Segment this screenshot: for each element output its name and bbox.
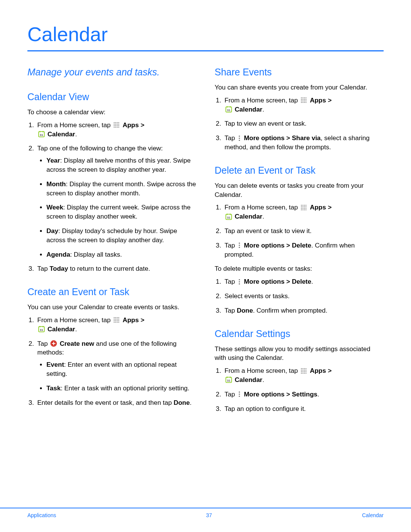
label: Done [174, 399, 190, 406]
bullet-list: Year: Display all twelve months of this … [37, 156, 196, 259]
text: : Enter an event with an optional repeat… [46, 361, 177, 377]
step: Tap one of the following to change the v… [36, 144, 196, 259]
step: Tap More options > Delete. [223, 277, 384, 286]
label: Apps [310, 97, 326, 104]
apps-icon [300, 97, 307, 104]
page-footer: Applications 37 Calendar [0, 508, 411, 518]
steps-list: From a Home screen, tap Apps > Calendar.… [215, 203, 384, 259]
text: . [311, 278, 313, 285]
text: : Display all twelve months of this year… [46, 157, 191, 173]
label: Month [46, 181, 66, 188]
calendar-icon [38, 131, 45, 137]
step: From a Home screen, tap Apps > Calendar. [223, 96, 384, 114]
footer-right: Calendar [362, 512, 384, 518]
more-options-icon [237, 242, 241, 249]
list-item: Week: Display the current week. Swipe ac… [46, 203, 196, 221]
apps-icon [113, 121, 120, 128]
text: > [139, 121, 145, 129]
text: Tap [225, 278, 237, 285]
apps-icon [113, 316, 120, 323]
paragraph: You can use your Calendar to create even… [27, 303, 196, 312]
page-title: Calendar [27, 23, 384, 46]
apps-icon [300, 367, 307, 374]
text: . [190, 399, 192, 406]
step: Tap an option to configure it. [223, 404, 384, 414]
page-subtitle: Manage your events and tasks. [27, 67, 196, 78]
text: From a Home screen, tap [225, 204, 299, 211]
text: Enter details for the event or task, and… [37, 399, 174, 406]
step: Tap Create new and use one of the follow… [36, 339, 196, 393]
list-item: Task: Enter a task with an optional prio… [46, 384, 196, 393]
label: Calendar [48, 326, 75, 333]
text: Tap one of the following to change the v… [37, 145, 163, 152]
step: Select events or tasks. [223, 292, 384, 301]
apps-icon [300, 204, 307, 211]
paragraph: These settings allow you to modify setti… [215, 345, 384, 363]
label: Create new [60, 340, 94, 347]
right-column: Share Events You can share events you cr… [215, 67, 384, 419]
list-item: Month: Display the current month. Swipe … [46, 180, 196, 198]
text: to return to the current date. [68, 265, 150, 272]
list-item: Day: Display today's schedule by hour. S… [46, 227, 196, 245]
steps-list: Tap More options > Delete. Select events… [215, 277, 384, 315]
calendar-icon [38, 326, 45, 332]
step: From a Home screen, tap Apps > Calendar. [36, 121, 196, 139]
list-item: Agenda: Display all tasks. [46, 250, 196, 259]
text: > [326, 204, 332, 211]
label: Calendar [235, 376, 263, 383]
steps-list: From a Home screen, tap Apps > Calendar.… [27, 121, 196, 273]
text: : Display all tasks. [70, 251, 122, 258]
text: . [317, 391, 319, 398]
more-options-icon [237, 278, 241, 285]
label: Done [237, 307, 253, 314]
text: . [75, 326, 77, 333]
step: Tap More options > Share via, select a s… [223, 134, 384, 152]
text: Tap [37, 265, 49, 272]
label: Today [49, 265, 68, 272]
text: : Display today's schedule by hour. Swip… [46, 227, 177, 244]
text: : Display the current week. Swipe across… [46, 204, 191, 220]
plus-icon [50, 340, 57, 347]
text: Tap [225, 242, 237, 249]
more-options-icon [237, 391, 241, 398]
step: Tap More options > Settings. [223, 390, 384, 399]
paragraph: To choose a calendar view: [27, 108, 196, 117]
text: > [139, 316, 145, 324]
text: . [75, 131, 77, 138]
step: From a Home screen, tap Apps > Calendar. [223, 366, 384, 385]
step: Tap More options > Delete. Confirm when … [223, 241, 384, 259]
text: and use one of the following methods: [37, 340, 177, 356]
label: More options > Delete [244, 242, 311, 249]
label: Week [46, 204, 63, 211]
list-item: Event: Enter an event with an optional r… [46, 360, 196, 379]
label: Year [46, 157, 60, 164]
paragraph: To delete multiple events or tasks: [215, 264, 384, 273]
section-heading-delete: Delete an Event or Task [215, 165, 384, 176]
content-columns: Manage your events and tasks. Calendar V… [27, 67, 384, 419]
more-options-icon [237, 135, 241, 142]
calendar-icon [225, 213, 232, 220]
text: Tap [225, 391, 237, 398]
text: Tap [37, 340, 49, 347]
bullet-list: Event: Enter an event with an optional r… [37, 360, 196, 393]
step: From a Home screen, tap Apps > Calendar. [223, 203, 384, 221]
label: Task [46, 385, 61, 392]
label: More options > Share via [244, 134, 321, 142]
footer-left: Applications [27, 512, 56, 518]
text: From a Home screen, tap [225, 367, 299, 374]
text: . [262, 106, 264, 113]
title-rule [27, 50, 384, 51]
label: Apps [123, 121, 139, 129]
text: : Enter a task with an optional priority… [61, 385, 190, 392]
step: Enter details for the event or task, and… [36, 398, 196, 407]
step: Tap Done. Confirm when prompted. [223, 306, 384, 315]
label: Apps [123, 316, 139, 324]
label: Apps [310, 204, 326, 211]
step: Tap Today to return to the current date. [36, 264, 196, 273]
step: From a Home screen, tap Apps > Calendar. [36, 316, 196, 334]
text: . Confirm when prompted. [253, 307, 328, 314]
section-heading-settings: Calendar Settings [215, 328, 384, 339]
left-column: Manage your events and tasks. Calendar V… [27, 67, 196, 419]
text: From a Home screen, tap [225, 97, 299, 104]
text: . [262, 376, 264, 383]
